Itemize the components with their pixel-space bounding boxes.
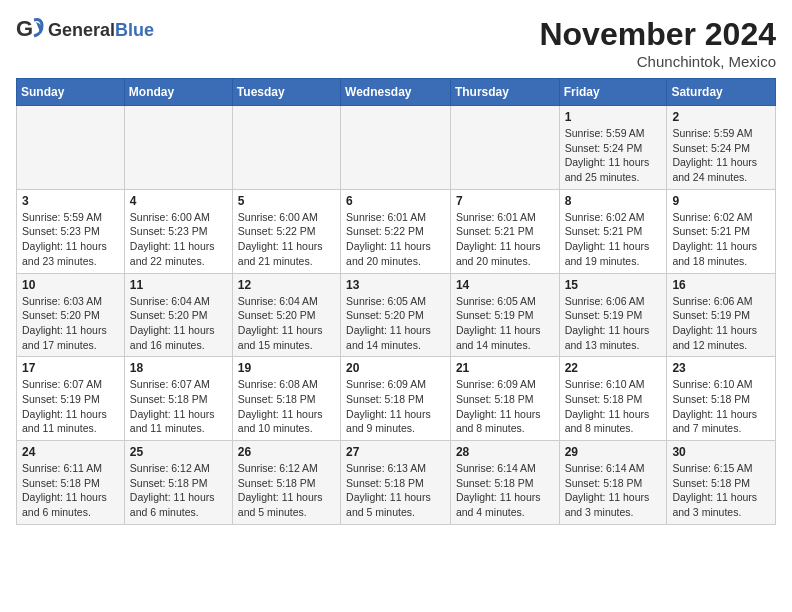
calendar-cell: 22Sunrise: 6:10 AM Sunset: 5:18 PM Dayli… bbox=[559, 357, 667, 441]
calendar-cell: 30Sunrise: 6:15 AM Sunset: 5:18 PM Dayli… bbox=[667, 441, 776, 525]
calendar-cell: 29Sunrise: 6:14 AM Sunset: 5:18 PM Dayli… bbox=[559, 441, 667, 525]
day-number: 15 bbox=[565, 278, 662, 292]
calendar-cell: 10Sunrise: 6:03 AM Sunset: 5:20 PM Dayli… bbox=[17, 273, 125, 357]
calendar-cell: 12Sunrise: 6:04 AM Sunset: 5:20 PM Dayli… bbox=[232, 273, 340, 357]
day-info: Sunrise: 5:59 AM Sunset: 5:24 PM Dayligh… bbox=[565, 126, 662, 185]
day-info: Sunrise: 6:04 AM Sunset: 5:20 PM Dayligh… bbox=[130, 294, 227, 353]
calendar-week-2: 3Sunrise: 5:59 AM Sunset: 5:23 PM Daylig… bbox=[17, 189, 776, 273]
calendar-cell bbox=[124, 106, 232, 190]
day-info: Sunrise: 6:05 AM Sunset: 5:20 PM Dayligh… bbox=[346, 294, 445, 353]
day-info: Sunrise: 6:02 AM Sunset: 5:21 PM Dayligh… bbox=[565, 210, 662, 269]
day-info: Sunrise: 6:09 AM Sunset: 5:18 PM Dayligh… bbox=[456, 377, 554, 436]
day-number: 8 bbox=[565, 194, 662, 208]
day-info: Sunrise: 5:59 AM Sunset: 5:24 PM Dayligh… bbox=[672, 126, 770, 185]
day-number: 6 bbox=[346, 194, 445, 208]
day-info: Sunrise: 6:12 AM Sunset: 5:18 PM Dayligh… bbox=[130, 461, 227, 520]
calendar-cell bbox=[341, 106, 451, 190]
calendar-cell: 19Sunrise: 6:08 AM Sunset: 5:18 PM Dayli… bbox=[232, 357, 340, 441]
logo-general-text: General bbox=[48, 20, 115, 40]
title-area: November 2024 Chunchintok, Mexico bbox=[539, 16, 776, 70]
day-info: Sunrise: 6:13 AM Sunset: 5:18 PM Dayligh… bbox=[346, 461, 445, 520]
calendar-cell: 8Sunrise: 6:02 AM Sunset: 5:21 PM Daylig… bbox=[559, 189, 667, 273]
calendar-cell bbox=[17, 106, 125, 190]
day-number: 21 bbox=[456, 361, 554, 375]
calendar-cell: 21Sunrise: 6:09 AM Sunset: 5:18 PM Dayli… bbox=[450, 357, 559, 441]
day-number: 22 bbox=[565, 361, 662, 375]
weekday-header-sunday: Sunday bbox=[17, 79, 125, 106]
day-number: 26 bbox=[238, 445, 335, 459]
day-info: Sunrise: 6:04 AM Sunset: 5:20 PM Dayligh… bbox=[238, 294, 335, 353]
calendar-cell: 13Sunrise: 6:05 AM Sunset: 5:20 PM Dayli… bbox=[341, 273, 451, 357]
weekday-header-row: SundayMondayTuesdayWednesdayThursdayFrid… bbox=[17, 79, 776, 106]
calendar-week-3: 10Sunrise: 6:03 AM Sunset: 5:20 PM Dayli… bbox=[17, 273, 776, 357]
calendar-cell: 26Sunrise: 6:12 AM Sunset: 5:18 PM Dayli… bbox=[232, 441, 340, 525]
day-info: Sunrise: 6:09 AM Sunset: 5:18 PM Dayligh… bbox=[346, 377, 445, 436]
calendar-cell bbox=[232, 106, 340, 190]
day-info: Sunrise: 6:14 AM Sunset: 5:18 PM Dayligh… bbox=[456, 461, 554, 520]
calendar-cell: 27Sunrise: 6:13 AM Sunset: 5:18 PM Dayli… bbox=[341, 441, 451, 525]
day-number: 5 bbox=[238, 194, 335, 208]
weekday-header-wednesday: Wednesday bbox=[341, 79, 451, 106]
day-info: Sunrise: 5:59 AM Sunset: 5:23 PM Dayligh… bbox=[22, 210, 119, 269]
day-number: 7 bbox=[456, 194, 554, 208]
day-info: Sunrise: 6:10 AM Sunset: 5:18 PM Dayligh… bbox=[565, 377, 662, 436]
day-info: Sunrise: 6:02 AM Sunset: 5:21 PM Dayligh… bbox=[672, 210, 770, 269]
day-info: Sunrise: 6:10 AM Sunset: 5:18 PM Dayligh… bbox=[672, 377, 770, 436]
day-info: Sunrise: 6:06 AM Sunset: 5:19 PM Dayligh… bbox=[565, 294, 662, 353]
day-number: 27 bbox=[346, 445, 445, 459]
day-number: 14 bbox=[456, 278, 554, 292]
day-info: Sunrise: 6:07 AM Sunset: 5:19 PM Dayligh… bbox=[22, 377, 119, 436]
day-number: 11 bbox=[130, 278, 227, 292]
day-number: 12 bbox=[238, 278, 335, 292]
calendar-cell: 20Sunrise: 6:09 AM Sunset: 5:18 PM Dayli… bbox=[341, 357, 451, 441]
calendar-cell: 11Sunrise: 6:04 AM Sunset: 5:20 PM Dayli… bbox=[124, 273, 232, 357]
day-number: 19 bbox=[238, 361, 335, 375]
day-number: 2 bbox=[672, 110, 770, 124]
day-number: 4 bbox=[130, 194, 227, 208]
day-info: Sunrise: 6:07 AM Sunset: 5:18 PM Dayligh… bbox=[130, 377, 227, 436]
day-info: Sunrise: 6:00 AM Sunset: 5:22 PM Dayligh… bbox=[238, 210, 335, 269]
calendar-cell: 24Sunrise: 6:11 AM Sunset: 5:18 PM Dayli… bbox=[17, 441, 125, 525]
day-number: 9 bbox=[672, 194, 770, 208]
calendar-cell: 4Sunrise: 6:00 AM Sunset: 5:23 PM Daylig… bbox=[124, 189, 232, 273]
day-info: Sunrise: 6:08 AM Sunset: 5:18 PM Dayligh… bbox=[238, 377, 335, 436]
calendar-body: 1Sunrise: 5:59 AM Sunset: 5:24 PM Daylig… bbox=[17, 106, 776, 525]
calendar-cell: 7Sunrise: 6:01 AM Sunset: 5:21 PM Daylig… bbox=[450, 189, 559, 273]
day-info: Sunrise: 6:12 AM Sunset: 5:18 PM Dayligh… bbox=[238, 461, 335, 520]
day-info: Sunrise: 6:01 AM Sunset: 5:21 PM Dayligh… bbox=[456, 210, 554, 269]
calendar-cell: 2Sunrise: 5:59 AM Sunset: 5:24 PM Daylig… bbox=[667, 106, 776, 190]
location-subtitle: Chunchintok, Mexico bbox=[539, 53, 776, 70]
weekday-header-friday: Friday bbox=[559, 79, 667, 106]
day-number: 20 bbox=[346, 361, 445, 375]
day-info: Sunrise: 6:14 AM Sunset: 5:18 PM Dayligh… bbox=[565, 461, 662, 520]
day-number: 28 bbox=[456, 445, 554, 459]
calendar-cell: 16Sunrise: 6:06 AM Sunset: 5:19 PM Dayli… bbox=[667, 273, 776, 357]
calendar-cell: 25Sunrise: 6:12 AM Sunset: 5:18 PM Dayli… bbox=[124, 441, 232, 525]
calendar-cell: 14Sunrise: 6:05 AM Sunset: 5:19 PM Dayli… bbox=[450, 273, 559, 357]
calendar-cell: 15Sunrise: 6:06 AM Sunset: 5:19 PM Dayli… bbox=[559, 273, 667, 357]
day-number: 1 bbox=[565, 110, 662, 124]
calendar-cell: 28Sunrise: 6:14 AM Sunset: 5:18 PM Dayli… bbox=[450, 441, 559, 525]
header: G GeneralBlue November 2024 Chunchintok,… bbox=[16, 16, 776, 70]
calendar-cell: 1Sunrise: 5:59 AM Sunset: 5:24 PM Daylig… bbox=[559, 106, 667, 190]
calendar-cell bbox=[450, 106, 559, 190]
day-info: Sunrise: 6:05 AM Sunset: 5:19 PM Dayligh… bbox=[456, 294, 554, 353]
day-info: Sunrise: 6:03 AM Sunset: 5:20 PM Dayligh… bbox=[22, 294, 119, 353]
day-number: 23 bbox=[672, 361, 770, 375]
day-number: 17 bbox=[22, 361, 119, 375]
calendar-cell: 23Sunrise: 6:10 AM Sunset: 5:18 PM Dayli… bbox=[667, 357, 776, 441]
day-number: 3 bbox=[22, 194, 119, 208]
calendar-cell: 3Sunrise: 5:59 AM Sunset: 5:23 PM Daylig… bbox=[17, 189, 125, 273]
calendar-cell: 5Sunrise: 6:00 AM Sunset: 5:22 PM Daylig… bbox=[232, 189, 340, 273]
day-number: 24 bbox=[22, 445, 119, 459]
day-info: Sunrise: 6:06 AM Sunset: 5:19 PM Dayligh… bbox=[672, 294, 770, 353]
day-number: 25 bbox=[130, 445, 227, 459]
weekday-header-saturday: Saturday bbox=[667, 79, 776, 106]
calendar-cell: 9Sunrise: 6:02 AM Sunset: 5:21 PM Daylig… bbox=[667, 189, 776, 273]
weekday-header-tuesday: Tuesday bbox=[232, 79, 340, 106]
day-number: 13 bbox=[346, 278, 445, 292]
day-number: 29 bbox=[565, 445, 662, 459]
logo-blue-text: Blue bbox=[115, 20, 154, 40]
weekday-header-thursday: Thursday bbox=[450, 79, 559, 106]
logo: G GeneralBlue bbox=[16, 16, 154, 44]
